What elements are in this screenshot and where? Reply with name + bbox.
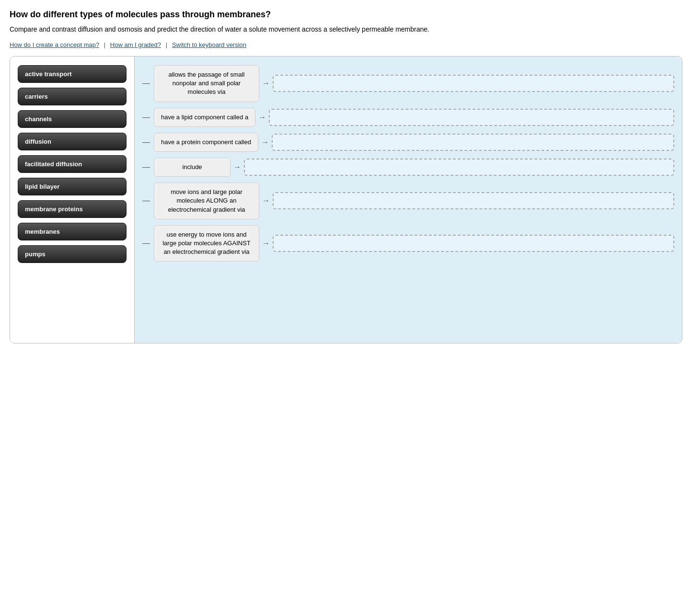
terms-panel: active transport carriers channels diffu… (10, 57, 135, 343)
relation-box-6[interactable]: use energy to move ions and large polar … (154, 225, 259, 262)
term-channels[interactable]: channels (18, 110, 127, 128)
drop-zone-3[interactable] (272, 134, 674, 151)
separator-2: | (166, 41, 167, 48)
term-carriers[interactable]: carriers (18, 88, 127, 105)
dash-1: — (142, 79, 150, 88)
arrow-6: → (262, 239, 270, 248)
relation-row-1: — allows the passage of small nonpolar a… (142, 65, 674, 102)
dash-4: — (142, 163, 150, 171)
relation-row-3: — have a protein component called → (142, 133, 674, 152)
drop-zone-4[interactable] (244, 159, 674, 176)
separator-1: | (104, 41, 105, 48)
help-links: How do I create a concept map? | How am … (10, 41, 682, 48)
dash-3: — (142, 138, 150, 147)
how-graded-link[interactable]: How am I graded? (110, 41, 161, 48)
relation-row-2: — have a lipid component called a → (142, 108, 674, 127)
arrow-2: → (258, 113, 266, 122)
create-concept-map-link[interactable]: How do I create a concept map? (10, 41, 99, 48)
term-pumps[interactable]: pumps (18, 245, 127, 263)
relation-row-4: — include → (142, 158, 674, 177)
term-diffusion[interactable]: diffusion (18, 133, 127, 150)
relation-box-4[interactable]: include (154, 158, 231, 177)
arrow-5: → (262, 196, 270, 205)
dash-5: — (142, 196, 150, 205)
drop-zone-6[interactable] (273, 235, 674, 252)
dash-6: — (142, 239, 150, 248)
drop-zone-5[interactable] (273, 192, 674, 209)
page-title: How do different types of molecules pass… (10, 10, 682, 20)
keyboard-version-link[interactable]: Switch to keyboard version (172, 41, 246, 48)
relation-box-5[interactable]: move ions and large polar molecules ALON… (154, 183, 259, 219)
term-lipid-bilayer[interactable]: lipid bilayer (18, 178, 127, 195)
concept-map-container: active transport carriers channels diffu… (10, 56, 682, 343)
page-subtitle: Compare and contrast diffusion and osmos… (10, 24, 682, 34)
relation-row-5: — move ions and large polar molecules AL… (142, 183, 674, 219)
dash-2: — (142, 113, 150, 122)
term-membrane-proteins[interactable]: membrane proteins (18, 200, 127, 218)
term-active-transport[interactable]: active transport (18, 65, 127, 83)
term-facilitated-diffusion[interactable]: facilitated diffusion (18, 155, 127, 173)
arrow-3: → (261, 138, 269, 147)
term-membranes[interactable]: membranes (18, 223, 127, 240)
arrow-1: → (262, 79, 270, 88)
relation-box-1[interactable]: allows the passage of small nonpolar and… (154, 65, 259, 102)
relations-panel: — allows the passage of small nonpolar a… (135, 57, 682, 343)
drop-zone-1[interactable] (273, 75, 674, 92)
drop-zone-2[interactable] (269, 109, 674, 126)
relation-box-2[interactable]: have a lipid component called a (154, 108, 255, 127)
relation-box-3[interactable]: have a protein component called (154, 133, 258, 152)
relation-row-6: — use energy to move ions and large pola… (142, 225, 674, 262)
arrow-4: → (233, 163, 241, 171)
